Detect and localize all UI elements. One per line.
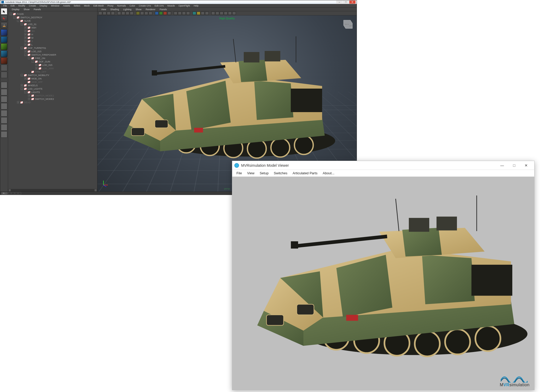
mv-menu-setup[interactable]: Setup [257,171,271,175]
close-button[interactable]: ✕ [349,1,356,4]
menu-edit-uvs[interactable]: Edit UVs [153,4,166,8]
shelf-button-13[interactable] [149,11,152,15]
menu-proxy[interactable]: Proxy [106,4,115,8]
expand-toggle-icon[interactable]: - [32,60,34,63]
select-tool-icon[interactable] [1,8,7,15]
manip-tool-icon[interactable] [1,50,7,57]
tree-node-mob_off[interactable]: MOB_OFF [8,80,97,84]
menu-help[interactable]: Help [192,4,200,8]
shelf-button-7[interactable] [126,11,129,15]
scroll-right-icon[interactable] [95,189,97,191]
layout-outliner-icon[interactable] [1,117,7,124]
scale-tool-icon[interactable] [1,43,7,50]
shelf-button-26[interactable] [197,11,200,15]
shelf-button-20[interactable] [174,11,177,15]
tree-node-lod_01[interactable]: -LOD_01 [8,22,97,26]
tree-node-mob_on[interactable]: +MOB_ON [8,77,97,80]
shelf-button-32[interactable] [220,11,223,15]
layout-graph-icon[interactable] [1,131,7,138]
expand-toggle-icon[interactable]: + [28,94,30,97]
viewport-menu-view[interactable]: View [99,8,108,11]
tree-node-fire_on[interactable]: -FIRE_ON [8,56,97,60]
viewcube[interactable]: BACK LEFT [340,18,353,31]
layout-single-icon[interactable] [1,82,7,88]
maya-titlebar[interactable]: Autodesk Maya 2011: I:\tmp\FILES\fv510\F… [0,0,357,4]
minimize-button[interactable]: — [496,161,508,170]
shelf-button-11[interactable] [140,11,144,15]
menu-display[interactable]: Display [38,4,49,8]
expand-toggle-icon[interactable]: - [21,23,23,25]
expand-toggle-icon[interactable]: + [21,84,23,87]
mv-menu-about-[interactable]: About... [320,171,337,175]
menu-mesh[interactable]: Mesh [82,4,91,8]
rotate-tool-icon[interactable] [1,36,7,43]
viewcube-left-label[interactable]: LEFT [349,25,352,27]
outliner-menu-show[interactable]: Show [22,8,32,11]
tree-node-sh[interactable]: +SH [8,29,97,33]
expand-toggle-icon[interactable]: + [35,64,38,66]
layout-two-v-icon[interactable] [1,103,7,109]
tree-node-lod_015[interactable]: +LOD_015 [8,50,97,53]
tree-node-switch_mode2[interactable]: +SWITCH_MODE2 [8,97,97,101]
mv-menu-switches[interactable]: Switches [271,171,290,175]
shelf-button-1[interactable] [103,11,106,15]
tree-node-xsh[interactable]: +XSH [8,26,97,29]
expand-toggle-icon[interactable]: + [24,33,27,36]
menu-select[interactable]: Select [72,4,82,8]
expand-toggle-icon[interactable]: - [24,54,27,56]
expand-toggle-icon[interactable]: - [28,57,30,59]
shelf-button-6[interactable] [121,11,125,15]
tree-node-switch_destroy[interactable]: -SWITCH_DESTROY [8,16,97,19]
viewport-menu-panels[interactable]: Panels [158,8,169,11]
mv-viewport[interactable]: MVRsimulation [232,177,534,390]
menu-modify[interactable]: Modify [16,4,27,8]
shelf-button-33[interactable] [224,11,228,15]
shelf-button-2[interactable] [107,11,111,15]
tree-node-dof_gun[interactable]: -DOF_GUN [8,60,97,63]
expand-toggle-icon[interactable]: - [13,16,16,19]
tree-node-fv105[interactable]: -FV105 [8,12,97,16]
menu-window[interactable]: Window [49,4,61,8]
viewport-menu-shading[interactable]: Shading [108,8,121,11]
tree-node-m[interactable]: +M [8,36,97,39]
shelf-button-28[interactable] [205,11,209,15]
expand-toggle-icon[interactable]: + [24,26,27,29]
shelf-button-30[interactable] [211,11,215,15]
tree-node-l[interactable]: +L [8,43,97,46]
lasso-tool-icon[interactable] [1,15,7,22]
shelf-button-3[interactable] [111,11,115,15]
layout-two-h-icon[interactable] [1,96,7,102]
maximize-button[interactable]: □ [343,1,349,4]
model-fv510[interactable] [237,185,527,378]
tree-node-lights[interactable]: -LIGHTS [8,90,97,94]
status-btn-4[interactable] [18,192,21,195]
status-btn-2[interactable] [11,192,14,195]
viewport-menu-lighting[interactable]: Lighting [121,8,133,11]
viewport-menu-show[interactable]: Show [133,8,144,11]
tree-node-switch_firepower[interactable]: -SWITCH_FIREPOWER [8,53,97,56]
expand-toggle-icon[interactable]: - [21,88,23,90]
expand-toggle-icon[interactable]: - [21,74,23,76]
outliner-scrollbar[interactable] [8,189,97,192]
scroll-left-icon[interactable] [9,189,11,191]
close-button[interactable]: ✕ [520,161,532,170]
shelf-button-25[interactable] [193,11,196,15]
expand-toggle-icon[interactable]: + [24,40,27,42]
shelf-button-17[interactable] [163,11,167,15]
mv-menu-view[interactable]: View [245,171,257,175]
tree-node-dof_turret01[interactable]: -DOF_TURRET01 [8,46,97,50]
menu-color[interactable]: Color [128,4,137,8]
outliner-tree[interactable]: -FV105-SWITCH_DESTROY-ALIVE-LOD_01+XSH+S… [8,11,97,192]
expand-toggle-icon[interactable]: + [35,67,38,70]
shelf-button-21[interactable] [178,11,182,15]
expand-toggle-icon[interactable]: + [24,37,27,39]
menu-edit[interactable]: Edit [9,4,17,8]
outliner-menu-panels[interactable]: Panels [32,8,43,11]
expand-toggle-icon[interactable]: + [24,77,27,80]
menu-create[interactable]: Create [27,4,38,8]
menu-create-uvs[interactable]: Create UVs [137,4,153,8]
tree-node-fire_off[interactable]: FIRE_OFF [8,70,97,73]
shelf-button-23[interactable] [186,11,190,15]
viewport-menu-renderer[interactable]: Renderer [143,8,158,11]
minimize-button[interactable]: – [336,1,342,4]
